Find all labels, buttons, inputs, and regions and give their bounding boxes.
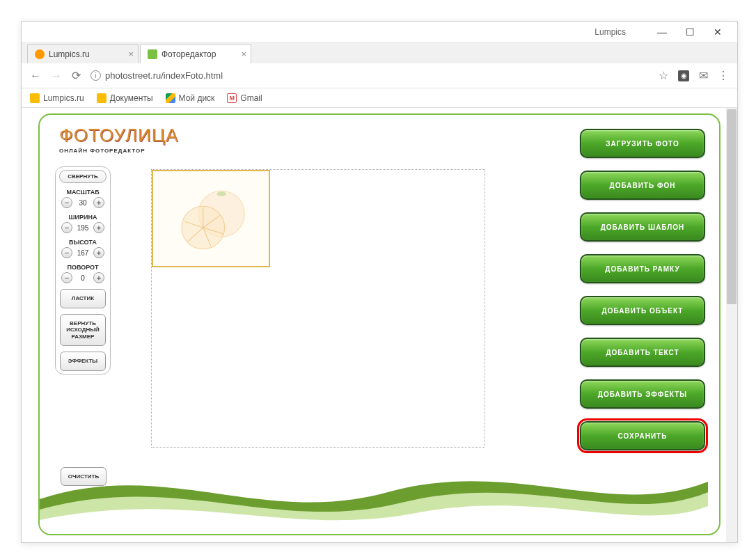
close-icon[interactable]: × <box>128 49 134 59</box>
eraser-button[interactable]: ЛАСТИК <box>60 289 106 308</box>
folder-icon <box>97 93 107 103</box>
svg-point-8 <box>217 191 226 196</box>
width-value: 195 <box>74 224 92 232</box>
close-icon[interactable]: × <box>241 49 246 59</box>
tab-photoeditor[interactable]: Фоторедактор × <box>140 44 251 63</box>
tab-label: Lumpics.ru <box>49 49 90 59</box>
scale-control: МАСШТАБ −30+ <box>58 189 108 208</box>
url-text: photostreet.ru/indexFoto.html <box>105 70 223 81</box>
editor-frame: ФОТОУЛИЦА ОНЛАЙН ФОТОРЕДАКТОР СВЕРНУТЬ М… <box>38 113 720 535</box>
clear-button[interactable]: ОЧИСТИТЬ <box>61 467 107 486</box>
drive-icon <box>166 93 175 103</box>
extension-icon[interactable]: ◉ <box>678 70 689 81</box>
add-background-button[interactable]: ДОБАВИТЬ ФОН <box>580 171 705 200</box>
minus-icon[interactable]: − <box>61 222 72 233</box>
canvas[interactable] <box>151 169 485 448</box>
scale-value: 30 <box>74 199 92 207</box>
reload-icon[interactable]: ⟳ <box>72 69 81 82</box>
orange-icon <box>35 49 45 59</box>
rotate-control: ПОВОРОТ −0+ <box>58 264 108 283</box>
scrollbar[interactable] <box>726 108 737 542</box>
wave-decoration <box>40 450 708 534</box>
effects-button[interactable]: ЭФФЕКТЫ <box>60 352 106 371</box>
minus-icon[interactable]: − <box>61 272 72 283</box>
height-control: ВЫСОТА −167+ <box>58 239 108 258</box>
upload-photo-button[interactable]: ЗАГРУЗИТЬ ФОТО <box>580 129 705 158</box>
add-template-button[interactable]: ДОБАВИТЬ ШАБЛОН <box>580 212 705 242</box>
tab-lumpics[interactable]: Lumpics.ru × <box>27 44 139 63</box>
left-panel: СВЕРНУТЬ МАСШТАБ −30+ ШИРИНА −195+ ВЫСОТ… <box>55 166 111 375</box>
bookmark-lumpics[interactable]: Lumpics.ru <box>30 93 84 103</box>
rotate-value: 0 <box>74 274 92 282</box>
loaded-photo[interactable] <box>152 170 270 267</box>
minus-icon[interactable]: − <box>61 197 72 208</box>
url-field[interactable]: i photostreet.ru/indexFoto.html <box>90 70 649 81</box>
titlebar: Lumpics — ☐ ✕ <box>22 22 737 42</box>
collapse-button[interactable]: СВЕРНУТЬ <box>59 170 107 183</box>
add-effects-button[interactable]: ДОБАВИТЬ ЭФФЕКТЫ <box>580 379 705 409</box>
add-object-button[interactable]: ДОБАВИТЬ ОБЪЕКТ <box>580 296 705 325</box>
forward-icon[interactable]: → <box>51 70 62 82</box>
logo-main: ФОТОУЛИЦА <box>59 125 178 146</box>
tab-label: Фоторедактор <box>162 49 216 59</box>
minus-icon[interactable]: − <box>61 247 72 258</box>
bookmarks-bar: Lumpics.ru Документы Мой диск MGmail <box>22 88 737 108</box>
bookmark-gmail[interactable]: MGmail <box>227 93 262 103</box>
add-text-button[interactable]: ДОБАВИТЬ ТЕКСТ <box>580 338 705 367</box>
maximize-button[interactable]: ☐ <box>676 23 704 40</box>
plus-icon[interactable]: + <box>93 222 104 233</box>
reset-size-button[interactable]: ВЕРНУТЬ ИСХОДНЫЙ РАЗМЕР <box>60 314 106 347</box>
bookmark-drive[interactable]: Мой диск <box>166 93 215 103</box>
width-control: ШИРИНА −195+ <box>58 214 108 233</box>
scroll-thumb[interactable] <box>727 109 737 304</box>
window-title: Lumpics <box>594 27 626 37</box>
bookmark-documents[interactable]: Документы <box>97 93 153 103</box>
camera-icon <box>148 49 157 59</box>
add-frame-button[interactable]: ДОБАВИТЬ РАМКУ <box>580 254 705 283</box>
plus-icon[interactable]: + <box>93 197 104 208</box>
plus-icon[interactable]: + <box>93 247 104 258</box>
star-icon[interactable]: ☆ <box>659 69 668 82</box>
folder-icon <box>30 93 40 103</box>
menu-icon[interactable]: ⋮ <box>718 69 729 82</box>
minimize-button[interactable]: — <box>648 23 676 40</box>
tab-strip: Lumpics.ru × Фоторедактор × <box>22 42 737 63</box>
mail-icon[interactable]: ✉ <box>699 69 708 82</box>
close-button[interactable]: ✕ <box>704 23 732 40</box>
back-icon[interactable]: ← <box>30 70 41 82</box>
height-value: 167 <box>74 249 92 257</box>
plus-icon[interactable]: + <box>93 272 104 283</box>
orange-image <box>174 182 251 258</box>
logo-sub: ОНЛАЙН ФОТОРЕДАКТОР <box>59 148 178 154</box>
right-panel: ЗАГРУЗИТЬ ФОТО ДОБАВИТЬ ФОН ДОБАВИТЬ ШАБ… <box>580 129 705 450</box>
address-bar: ← → ⟳ i photostreet.ru/indexFoto.html ☆ … <box>22 63 737 88</box>
gmail-icon: M <box>227 93 237 103</box>
info-icon[interactable]: i <box>90 70 101 81</box>
browser-window: Lumpics — ☐ ✕ Lumpics.ru × Фоторедактор … <box>21 21 738 543</box>
logo: ФОТОУЛИЦА ОНЛАЙН ФОТОРЕДАКТОР <box>59 125 178 154</box>
page-content: ФОТОУЛИЦА ОНЛАЙН ФОТОРЕДАКТОР СВЕРНУТЬ М… <box>22 108 737 542</box>
save-button[interactable]: СОХРАНИТЬ <box>580 421 705 450</box>
